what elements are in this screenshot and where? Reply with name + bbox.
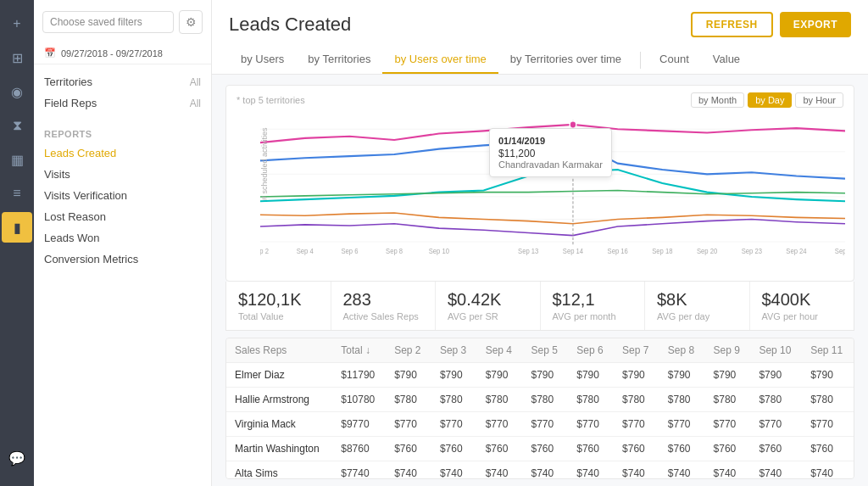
cell-value: $9770 [332, 412, 386, 437]
svg-point-13 [570, 121, 576, 129]
sidebar-item-leads-created[interactable]: Leads Created [34, 142, 211, 164]
y-axis-label: # scheduled activities [260, 127, 269, 200]
filter-row: Choose saved filters ⚙ [34, 10, 211, 42]
cell-value: $770 [568, 412, 614, 437]
header-buttons: REFRESH EXPORT [691, 12, 851, 37]
cell-value: $780 [568, 388, 614, 412]
tab-by-users-over-time[interactable]: by Users over time [382, 46, 498, 74]
cell-value: $780 [431, 388, 477, 412]
cell-value: $770 [477, 412, 523, 437]
btn-by-hour[interactable]: by Hour [795, 92, 843, 108]
cell-value: $740 [386, 461, 431, 480]
cell-value: $770 [705, 412, 751, 437]
col-sales-reps: Sales Reps [226, 338, 332, 363]
svg-text:Sep 18: Sep 18 [652, 248, 673, 255]
plus-icon[interactable]: + [2, 8, 32, 39]
cell-value: $780 [705, 388, 751, 412]
svg-text:Sep 24: Sep 24 [786, 248, 807, 255]
col-sep10: Sep 10 [750, 338, 802, 363]
icon-bar: + ⊞ ◉ ⧗ ▦ ≡ ▮ 💬 [0, 0, 34, 486]
filter-gear-button[interactable]: ⚙ [179, 10, 203, 34]
cell-value: $740 [568, 461, 614, 480]
chart-container: # scheduled activities 790 780 770 760 7… [226, 111, 854, 281]
col-sep3: Sep 3 [431, 338, 477, 363]
col-sep6: Sep 6 [568, 338, 614, 363]
tab-value[interactable]: Value [701, 46, 752, 74]
table-row: Martin Washington$8760$760$760$760$760$7… [226, 437, 854, 461]
cell-value: $740 [750, 461, 802, 480]
main-header: Leads Created REFRESH EXPORT by Users by… [212, 0, 868, 75]
chart-icon[interactable]: ▮ [2, 212, 32, 243]
col-sep5: Sep 5 [522, 338, 568, 363]
sidebar-item-conversion-metrics[interactable]: Conversion Metrics [34, 249, 211, 270]
tab-count[interactable]: Count [648, 46, 701, 74]
svg-text:Sep 23: Sep 23 [742, 248, 763, 255]
tab-separator [640, 52, 641, 69]
sidebar-item-visits[interactable]: Visits [34, 164, 211, 185]
chat-icon[interactable]: 💬 [2, 447, 32, 478]
stats-row: $120,1K Total Value 283 Active Sales Rep… [225, 282, 854, 331]
cell-value: $770 [614, 412, 659, 437]
cell-value: $770 [802, 412, 854, 437]
svg-text:Sep 26: Sep 26 [835, 248, 845, 255]
btn-by-day[interactable]: by Day [748, 92, 792, 108]
cell-value: $780 [522, 388, 568, 412]
date-range: 📅 09/27/2018 - 09/27/2018 [34, 42, 211, 64]
saved-filters-select[interactable]: Choose saved filters [42, 11, 174, 33]
stat-avg-per-hour: $400K AVG per hour [750, 282, 854, 330]
cell-value: $760 [614, 437, 659, 461]
tab-by-territories-over-time[interactable]: by Territories over time [498, 46, 633, 74]
tab-row: by Users by Territories by Users over ti… [229, 46, 851, 74]
svg-text:Sep 10: Sep 10 [429, 248, 450, 255]
cell-value: $790 [522, 363, 568, 388]
territories-row: Territories All [44, 71, 201, 92]
location-icon[interactable]: ◉ [2, 76, 32, 107]
table-row: Elmer Diaz$11790$790$790$790$790$790$790… [226, 363, 854, 388]
title-row: Leads Created REFRESH EXPORT [229, 12, 851, 37]
col-total[interactable]: Total ↓ [332, 338, 386, 363]
calendar-icon[interactable]: ▦ [2, 144, 32, 175]
cell-value: $780 [477, 388, 523, 412]
main-content: Leads Created REFRESH EXPORT by Users by… [212, 0, 868, 486]
cell-value: $770 [431, 412, 477, 437]
table-row: Hallie Armstrong$10780$780$780$780$780$7… [226, 388, 854, 412]
sidebar-item-leads-won[interactable]: Leads Won [34, 227, 211, 249]
refresh-button[interactable]: REFRESH [691, 12, 773, 37]
chart-note: * top 5 territories [236, 95, 305, 105]
svg-text:Sep 8: Sep 8 [386, 248, 403, 255]
svg-text:Sep 14: Sep 14 [563, 248, 584, 255]
cell-value: $760 [522, 437, 568, 461]
cell-value: $760 [659, 437, 705, 461]
stat-avg-per-month: $12,1 AVG per month [541, 282, 646, 330]
cell-value: $740 [659, 461, 705, 480]
cell-value: $790 [750, 363, 802, 388]
sidebar: Choose saved filters ⚙ 📅 09/27/2018 - 09… [34, 0, 212, 486]
col-sep7: Sep 7 [614, 338, 659, 363]
document-icon[interactable]: ≡ [2, 178, 32, 209]
cell-value: $770 [522, 412, 568, 437]
grid-icon[interactable]: ⊞ [2, 42, 32, 73]
cell-value: $790 [614, 363, 659, 388]
cell-value: $740 [431, 461, 477, 480]
svg-text:Sep 6: Sep 6 [341, 248, 358, 255]
cell-value: $780 [614, 388, 659, 412]
cell-value: $740 [614, 461, 659, 480]
table-section: Sales Reps Total ↓ Sep 2 Sep 3 Sep 4 Sep… [225, 338, 854, 479]
filter-icon[interactable]: ⧗ [2, 110, 32, 141]
btn-by-month[interactable]: by Month [691, 92, 744, 108]
cell-value: $760 [705, 437, 751, 461]
sidebar-item-lost-reason[interactable]: Lost Reason [34, 206, 211, 227]
cell-value: $790 [431, 363, 477, 388]
table-body: Elmer Diaz$11790$790$790$790$790$790$790… [226, 363, 854, 480]
cell-value: $760 [802, 437, 854, 461]
col-sep8: Sep 8 [659, 338, 705, 363]
col-sep4: Sep 4 [477, 338, 523, 363]
chart-controls: * top 5 territories by Month by Day by H… [226, 86, 854, 111]
tab-by-territories[interactable]: by Territories [296, 46, 382, 74]
cell-rep-name: Hallie Armstrong [226, 388, 332, 412]
tab-by-users[interactable]: by Users [229, 46, 296, 74]
stat-total-value: $120,1K Total Value [226, 282, 331, 330]
stat-active-sales-reps: 283 Active Sales Reps [331, 282, 437, 330]
sidebar-item-visits-verification[interactable]: Visits Verification [34, 185, 211, 206]
export-button[interactable]: EXPORT [780, 12, 851, 37]
